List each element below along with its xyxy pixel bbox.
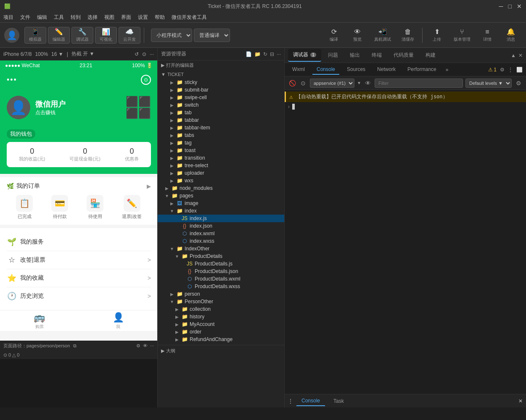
minimize-button[interactable]: ─ — [499, 3, 503, 10]
clearcache-button[interactable]: 🗑 清缓存 — [397, 27, 419, 44]
phone-qr[interactable]: ⬛⬛⬛⬛ — [126, 96, 151, 119]
menu-view[interactable]: 视图 — [104, 14, 114, 21]
menu-edit[interactable]: 编辑 — [37, 14, 47, 21]
history-row[interactable]: 🕐 历史浏览 > — [7, 287, 151, 305]
bottom-close[interactable]: ✕ — [518, 398, 523, 404]
level-select[interactable]: Default levels ▼ — [465, 79, 512, 88]
device-more[interactable]: ··· — [150, 51, 154, 57]
tree-folder-transition[interactable]: ▶ 📁 transition — [158, 154, 284, 162]
tree-folder-toast[interactable]: ▶ 📁 toast — [158, 147, 284, 154]
tree-folder-sticky[interactable]: ▶ 📁 sticky — [158, 79, 284, 86]
phone-eye-icon[interactable]: 👁 — [143, 343, 148, 348]
detail-button[interactable]: ≡ 详情 — [476, 27, 498, 44]
tab-output[interactable]: 输出 — [345, 49, 365, 61]
tree-file-pdjs[interactable]: JS ProductDetails.js — [158, 260, 284, 268]
order-item-use[interactable]: 🏪 待使用 — [87, 195, 103, 220]
tree-file-indexjs[interactable]: JS index.js — [158, 215, 284, 222]
tree-folder-productdetails[interactable]: ▼ 📁 ProductDetails — [158, 252, 284, 260]
eye-icon[interactable]: 👁 — [364, 79, 372, 87]
menu-goto[interactable]: 转到 — [71, 14, 81, 21]
device-record[interactable]: ⊙ — [142, 51, 146, 57]
tree-folder-personother[interactable]: ▼ 📁 PersonOther — [158, 298, 284, 305]
device-refresh[interactable]: ↺ — [135, 51, 139, 57]
tree-file-pdjson[interactable]: {} ProductDetails.json — [158, 268, 284, 275]
tab-terminal[interactable]: 终端 — [367, 49, 387, 61]
tree-folder-pages[interactable]: ▼ 📁 pages — [158, 192, 284, 200]
console-clear-icon[interactable]: 🚫 — [288, 79, 296, 87]
order-item-done[interactable]: 📋 已完成 — [16, 195, 33, 220]
real-device-button[interactable]: 📲 真机调试 — [370, 27, 395, 44]
tree-folder-tabbar[interactable]: ▶ 📁 tabbar — [158, 116, 284, 124]
cloud-button[interactable]: ☁️ 云开发 — [119, 27, 140, 44]
tab-codequality[interactable]: 代码质量 — [389, 49, 419, 61]
menu-help[interactable]: 帮助 — [155, 14, 165, 21]
menu-project[interactable]: 项目 — [3, 14, 13, 21]
devtools-close-icon[interactable]: ✕ — [518, 52, 523, 58]
tab-build[interactable]: 构建 — [420, 49, 441, 61]
editor-button[interactable]: ✏️ 编辑器 — [48, 27, 70, 44]
console-cursor[interactable] — [292, 104, 295, 110]
tree-file-pdwxml[interactable]: ⬡ ProductDetails.wxml — [158, 275, 284, 283]
phone-nav-dots[interactable]: ••• — [7, 76, 17, 84]
open-editors-section[interactable]: ▶ 打开的编辑器 — [158, 60, 284, 70]
service-row[interactable]: 🌱 我的服务 — [7, 233, 151, 251]
tree-folder-collection[interactable]: ▶ 📁 collection — [158, 305, 284, 313]
new-folder-icon[interactable]: 📁 — [254, 51, 261, 57]
new-file-icon[interactable]: 📄 — [246, 51, 252, 57]
menu-wechat[interactable]: 微信开发者工具 — [172, 14, 207, 21]
visualizer-button[interactable]: 📊 可视化 — [95, 27, 117, 44]
tree-folder-refundandchange[interactable]: ▶ 📁 RefundAndChange — [158, 336, 284, 343]
bottom-tab-console[interactable]: Console — [296, 396, 325, 406]
tree-folder-index[interactable]: ▼ 📁 index — [158, 207, 284, 215]
menu-settings[interactable]: 设置 — [138, 14, 148, 21]
panel-tab-sources[interactable]: Sources — [343, 65, 370, 75]
tree-folder-myaccount[interactable]: ▶ 📁 MyAccount — [158, 320, 284, 328]
order-item-pay[interactable]: 💳 待付款 — [51, 195, 68, 220]
console-filter-icon[interactable]: ⊙ — [299, 79, 307, 87]
bottom-tab-task[interactable]: Task — [328, 396, 349, 406]
tree-folder-uploader[interactable]: ▶ 📁 uploader — [158, 169, 284, 177]
settings-icon[interactable]: ⚙ — [514, 79, 523, 87]
refund-row[interactable]: ☆ 改签|退票 > — [7, 251, 151, 269]
tree-file-pdwxss[interactable]: ⬡ ProductDetails.wxss — [158, 283, 284, 290]
console-input-line[interactable]: › — [285, 102, 526, 111]
tree-file-indexwxml[interactable]: ⬡ index.wxml — [158, 230, 284, 237]
phone-earn[interactable]: 点击赚钱 — [35, 109, 121, 116]
order-item-refund[interactable]: ✏️ 退票|改签 — [122, 195, 142, 220]
close-button[interactable]: ✕ — [517, 3, 522, 10]
tree-file-indexjson[interactable]: {} index.json — [158, 222, 284, 230]
tree-folder-wxs[interactable]: ▶ 📁 wxs — [158, 177, 284, 184]
user-avatar[interactable]: 👤 — [4, 28, 19, 43]
tree-folder-treeselect[interactable]: ▶ 📁 tree-select — [158, 162, 284, 169]
tree-folder-person[interactable]: ▶ 📁 person — [158, 290, 284, 298]
tree-folder-swipecell[interactable]: ▶ 📁 swipe-cell — [158, 94, 284, 101]
maximize-button[interactable]: □ — [508, 3, 512, 10]
panel-more-icon[interactable]: » — [446, 67, 449, 73]
tab-debugger[interactable]: 调试器 1 — [288, 49, 321, 62]
version-button[interactable]: ⑂ 版本管理 — [449, 27, 475, 44]
compile-button[interactable]: ⟳ 编译 — [323, 27, 345, 44]
panel-tab-console[interactable]: Console — [312, 65, 339, 75]
devtools-settings-icon[interactable]: ⚙ — [500, 67, 505, 73]
upload-button[interactable]: ⬆ 上传 — [426, 27, 448, 44]
tree-folder-history[interactable]: ▶ 📁 history — [158, 313, 284, 320]
project-section[interactable]: ▼ TICKET — [158, 70, 284, 79]
phone-more-icon[interactable]: ··· — [150, 343, 154, 348]
tree-folder-image[interactable]: ▶ 🖼 image — [158, 200, 284, 207]
collapse-icon[interactable]: ⊟ — [270, 51, 274, 57]
refresh-icon[interactable]: ↻ — [263, 51, 267, 57]
tree-folder-submitbar[interactable]: ▶ 📁 submit-bar — [158, 86, 284, 94]
menu-file[interactable]: 文件 — [20, 14, 30, 21]
devtools-panel-maximize[interactable]: ⬜ — [516, 67, 523, 73]
menu-select[interactable]: 选择 — [87, 14, 98, 21]
devtools-collapse-icon[interactable]: ▲ — [511, 52, 516, 58]
console-filter-input[interactable] — [375, 79, 463, 88]
simulator-button[interactable]: 📱 模拟器 — [24, 27, 46, 44]
debugger-button[interactable]: 🔧 调试器 — [71, 27, 93, 44]
phone-path-copy[interactable]: ⧉ — [73, 343, 77, 349]
preview-button[interactable]: 👁 预览 — [346, 27, 368, 44]
tree-folder-indexother[interactable]: ▼ 📁 IndexOther — [158, 245, 284, 252]
tree-folder-tabbaritem[interactable]: ▶ 📁 tabbar-item — [158, 124, 284, 131]
panel-tab-network[interactable]: Network — [373, 65, 400, 75]
hotreload-toggle[interactable]: 热截 开 ▼ — [71, 50, 95, 58]
